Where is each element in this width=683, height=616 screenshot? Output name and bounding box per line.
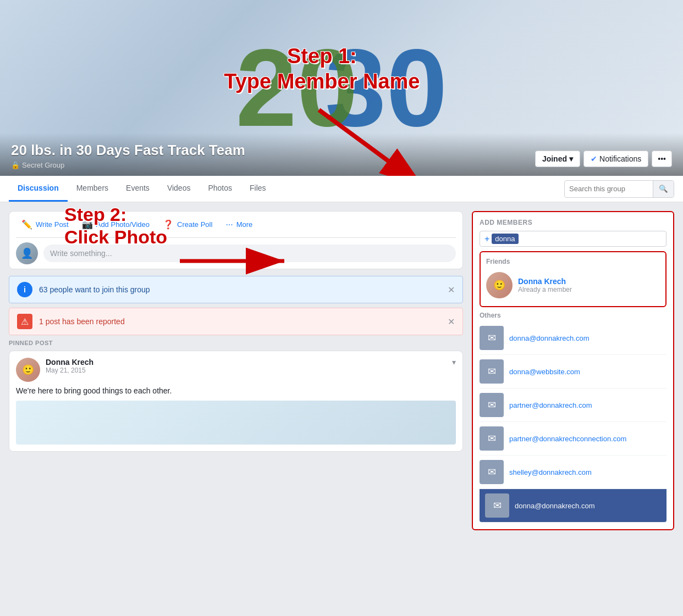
join-request-bar: i 63 people want to join this group ✕ [9, 276, 463, 303]
step1-line2: Type Member Name [224, 69, 420, 95]
report-text: 1 post has been reported [39, 317, 125, 326]
post-text: We're here to bring good things to each … [16, 386, 456, 395]
friend-info: Donna Krech Already a member [518, 277, 572, 293]
other-row-4[interactable]: ✉ shelley@donnakrech.com [480, 456, 667, 489]
friend-avatar-image: 🙂 [486, 272, 513, 298]
tab-videos[interactable]: Videos [158, 176, 200, 202]
mail-icon-3: ✉ [488, 432, 496, 445]
step1-line1: Step 1: [224, 44, 420, 69]
post-composer: ✏️ Write Post 📷 Add Photo/Video ❓ Create… [9, 211, 463, 269]
add-members-input-row: + donna [480, 231, 667, 247]
cover-actions: Joined ▾ ✔ Notifications ••• [535, 151, 672, 167]
join-request-close[interactable]: ✕ [448, 285, 455, 295]
search-group-input[interactable] [565, 185, 653, 193]
email-avatar-1: ✉ [480, 359, 504, 384]
main-layout: ✏️ Write Post 📷 Add Photo/Video ❓ Create… [0, 202, 683, 537]
other-email-4: shelley@donnakrech.com [509, 468, 592, 476]
joined-label: Joined [542, 154, 567, 163]
composer-body: 👤 Write something... [16, 242, 456, 264]
other-email-5: donna@donnakrech.com [515, 502, 594, 510]
composer-actions: ✏️ Write Post 📷 Add Photo/Video ❓ Create… [16, 216, 456, 238]
camera-icon: 📷 [82, 219, 93, 230]
cover-photo: 20 30 Step 1: Type Member Name 20 lbs. i… [0, 0, 683, 176]
post-avatar-image: 🙂 [16, 358, 40, 382]
friend-sub: Already a member [518, 286, 572, 293]
pinned-label: PINNED POST [9, 340, 463, 346]
tab-discussion[interactable]: Discussion [9, 176, 68, 202]
report-close[interactable]: ✕ [448, 317, 455, 327]
other-email-3: partner@donnakrechconnection.com [509, 435, 626, 443]
mail-icon-2: ✉ [488, 399, 496, 411]
email-avatar-3: ✉ [480, 426, 504, 451]
mail-icon-4: ✉ [488, 466, 496, 478]
write-post-button[interactable]: ✏️ Write Post [16, 216, 74, 233]
friend-name: Donna Krech [518, 277, 572, 286]
more-button[interactable]: ••• [652, 151, 672, 167]
post-card: 🙂 Donna Krech May 21, 2015 ▾ We're here … [9, 351, 463, 452]
notifications-button[interactable]: ✔ Notifications [583, 151, 648, 167]
friend-avatar: 🙂 [486, 272, 513, 298]
other-row-1[interactable]: ✉ donna@webbsite.com [480, 355, 667, 389]
user-avatar-image: 👤 [16, 242, 38, 264]
group-name: 20 lbs. in 30 Days Fast Track Team [11, 142, 245, 159]
others-label: Others [480, 312, 667, 319]
tab-photos[interactable]: Photos [199, 176, 241, 202]
info-icon: i [17, 282, 32, 297]
nav-tabs: Discussion Members Events Videos Photos … [0, 176, 683, 202]
email-avatar-0: ✉ [480, 326, 504, 350]
other-email-2: partner@donnakrech.com [509, 401, 592, 409]
mail-icon-1: ✉ [488, 365, 496, 378]
friends-section: Friends 🙂 Donna Krech Already a member [480, 251, 667, 307]
other-row-2[interactable]: ✉ partner@donnakrech.com [480, 389, 667, 422]
email-avatar-4: ✉ [480, 460, 504, 484]
friends-label: Friends [486, 258, 660, 265]
post-expand-button[interactable]: ▾ [452, 358, 456, 367]
typed-value: donna [492, 234, 518, 244]
write-post-icon: ✏️ [21, 219, 32, 230]
write-something-input[interactable]: Write something... [43, 245, 456, 262]
more-actions-button[interactable]: ··· More [220, 217, 258, 233]
join-request-text: 63 people want to join this group [39, 285, 150, 294]
search-icon: 🔍 [659, 185, 668, 193]
others-section: Others ✉ donna@donnakrech.com ✉ donna@we… [480, 312, 667, 523]
more-label: ••• [658, 154, 666, 163]
post-author-name[interactable]: Donna Krech [46, 358, 93, 367]
other-row-3[interactable]: ✉ partner@donnakrechconnection.com [480, 422, 667, 456]
other-email-0: donna@donnakrech.com [509, 334, 589, 342]
more-label: More [236, 220, 253, 229]
dots-icon: ··· [225, 220, 233, 230]
group-secret: 🔒 Secret Group [11, 161, 245, 169]
joined-chevron: ▾ [569, 154, 573, 163]
post-image [16, 401, 456, 445]
search-group-button[interactable]: 🔍 [653, 181, 674, 197]
joined-button[interactable]: Joined ▾ [535, 151, 580, 167]
tab-members[interactable]: Members [68, 176, 117, 202]
group-type-label: Secret Group [22, 161, 64, 169]
create-poll-button[interactable]: ❓ Create Poll [157, 216, 218, 233]
mail-icon-0: ✉ [488, 332, 496, 344]
friend-row[interactable]: 🙂 Donna Krech Already a member [486, 270, 660, 301]
lock-icon: 🔒 [11, 161, 20, 169]
add-photo-button[interactable]: 📷 Add Photo/Video [76, 216, 155, 233]
add-members-title: ADD MEMBERS [480, 219, 667, 226]
left-column: ✏️ Write Post 📷 Add Photo/Video ❓ Create… [0, 211, 463, 537]
post-meta: Donna Krech May 21, 2015 [46, 358, 93, 374]
tab-events[interactable]: Events [117, 176, 158, 202]
group-info: 20 lbs. in 30 Days Fast Track Team 🔒 Sec… [11, 142, 245, 169]
other-row-5[interactable]: ✉ donna@donnakrech.com [480, 489, 667, 523]
other-row-0[interactable]: ✉ donna@donnakrech.com [480, 321, 667, 355]
poll-icon: ❓ [163, 219, 174, 230]
post-header: 🙂 Donna Krech May 21, 2015 ▾ [16, 358, 456, 382]
post-date: May 21, 2015 [46, 367, 93, 374]
write-post-label: Write Post [36, 220, 69, 229]
email-avatar-5: ✉ [485, 493, 509, 518]
other-email-1: donna@webbsite.com [509, 368, 580, 376]
tab-files[interactable]: Files [241, 176, 275, 202]
add-photo-label: Add Photo/Video [96, 220, 150, 229]
mail-icon-5: ✉ [493, 500, 502, 512]
post-author-avatar[interactable]: 🙂 [16, 358, 40, 382]
report-bar: ⚠ 1 post has been reported ✕ [9, 308, 463, 335]
email-avatar-2: ✉ [480, 393, 504, 417]
user-avatar: 👤 [16, 242, 38, 264]
search-group-box: 🔍 [564, 180, 674, 198]
